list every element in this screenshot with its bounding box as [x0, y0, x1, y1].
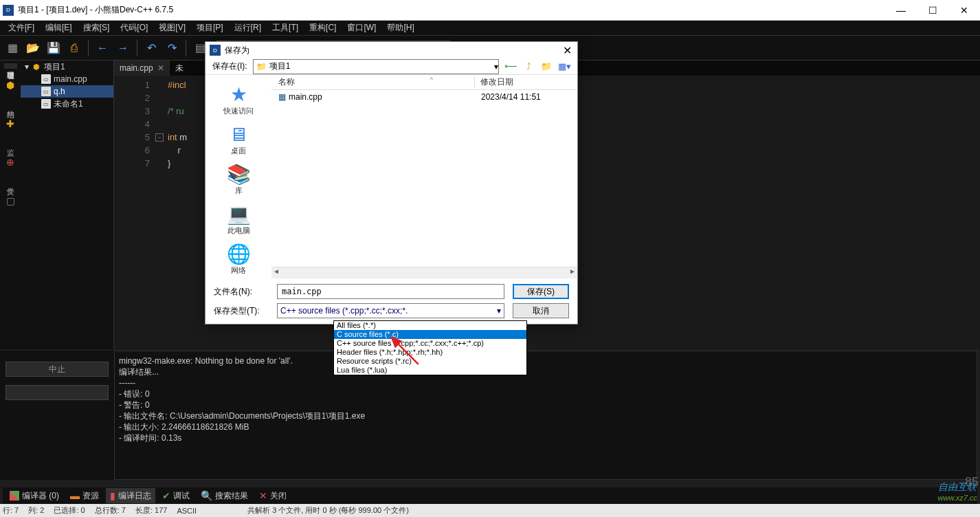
filename-input[interactable] — [277, 284, 504, 299]
status-sel: 已选择: 0 — [54, 505, 85, 516]
blank-button[interactable] — [5, 385, 109, 400]
cancel-button[interactable]: 取消 — [513, 303, 569, 318]
header-name[interactable]: 名称 ^ — [271, 76, 475, 88]
tab-resource[interactable]: ▬资源 — [66, 488, 103, 503]
save-button[interactable]: 保存(S) — [513, 284, 569, 299]
save-dialog: D 保存为 ✕ 保存在(I): 📁 项目1 ▾ ⟵ ⤴ 📁 ▦▾ ★快速访问 🖥… — [205, 41, 578, 324]
menu-search[interactable]: 搜索[S] — [78, 21, 115, 35]
menu-edit[interactable]: 编辑[E] — [40, 21, 78, 35]
tab-struct[interactable]: 结构 — [4, 102, 17, 107]
output-line: - 输出文件名: C:\Users\admin\Documents\Projec… — [119, 410, 972, 421]
file-name: main.cpp — [289, 92, 322, 102]
save-all-icon[interactable]: ⎙ — [65, 38, 84, 58]
resource-icon: ▬ — [70, 490, 80, 501]
dropdown-item-c[interactable]: C source files (*.c) — [334, 330, 526, 339]
output-controls: 中止 — [0, 351, 114, 480]
tab-label: 未 — [175, 63, 183, 74]
header-date[interactable]: 修改日期 — [475, 76, 577, 88]
cpp-file-icon: ▦ — [278, 92, 286, 102]
tree-root[interactable]: ▾ ⬢ 项目1 — [21, 60, 113, 73]
dropdown-item-rc[interactable]: Resource scripts (*.rc) — [334, 357, 526, 366]
tab-project[interactable]: 项目管理 — [4, 63, 17, 69]
file-area[interactable] — [271, 104, 577, 267]
tab-search-results[interactable]: 🔍搜索结果 — [197, 488, 252, 503]
back-icon[interactable]: ⟵ — [504, 60, 517, 73]
separator — [88, 40, 89, 56]
save-icon[interactable]: 💾 — [44, 38, 63, 58]
file-row[interactable]: ▦ main.cpp 2023/4/14 11:51 — [271, 90, 577, 104]
tab-watch[interactable]: 监 — [4, 140, 17, 146]
search-icon: 🔍 — [201, 490, 212, 501]
filetype-value: C++ source files (*.cpp;*.cc;*.cxx;*. — [280, 306, 408, 316]
tab-files[interactable]: 文件 — [4, 179, 17, 184]
menu-project[interactable]: 项目[P] — [191, 21, 229, 35]
fold-column: − — [155, 76, 168, 349]
close-icon: ✕ — [259, 490, 267, 501]
tree-item-qh[interactable]: ▭ q.h — [21, 85, 113, 98]
undo-icon[interactable]: ↶ — [142, 38, 161, 58]
menu-tools[interactable]: 工具[T] — [267, 21, 304, 35]
tab-compiler[interactable]: 编译器 (0) — [5, 488, 63, 503]
menu-window[interactable]: 窗口[W] — [342, 21, 381, 35]
titlebar: D 项目1 - [项目1.dev] - 小熊猫Dev-C++ 6.7.5 — ☐… — [0, 0, 980, 21]
view-icon[interactable]: ▦▾ — [558, 60, 570, 73]
dropdown-item-header[interactable]: Header files (*.h;*.hpp;*.rh;*.hh) — [334, 348, 526, 357]
dropdown-item-all[interactable]: All files (*.*) — [334, 321, 526, 330]
sort-icon: ^ — [430, 76, 433, 83]
new-file-icon[interactable]: ▦ — [3, 38, 22, 58]
output-line: mingw32-make.exe: Nothing to be done for… — [119, 355, 972, 366]
minimize-button[interactable]: — — [885, 0, 917, 21]
menu-view[interactable]: 视图[V] — [153, 21, 191, 35]
tab-debug[interactable]: ✔调试 — [158, 488, 194, 503]
root-label: 项目1 — [44, 61, 65, 73]
left-sidebar: 项目管理 ⬢ 结构 ✚ 监 ⊕ 文件 ▢ — [0, 60, 21, 349]
files-icon[interactable]: ▢ — [3, 194, 17, 208]
place-desktop[interactable]: 🖥桌面 — [211, 120, 266, 159]
dialog-body: ★快速访问 🖥桌面 📚库 💻此电脑 🌐网络 名称 ^ 修改日期 ▦ main.c… — [205, 74, 577, 278]
tree-item-main[interactable]: ▭ main.cpp — [21, 73, 113, 85]
maximize-button[interactable]: ☐ — [917, 0, 948, 21]
dropdown-item-cpp[interactable]: C++ source files (*.cpp;*.cc;*.cxx;*.c++… — [334, 339, 526, 348]
places-bar: ★快速访问 🖥桌面 📚库 💻此电脑 🌐网络 — [205, 75, 271, 278]
plus-icon[interactable]: ✚ — [3, 117, 17, 131]
dropdown-item-lua[interactable]: Lua files (*.lua) — [334, 366, 526, 375]
tab-close-icon[interactable]: ✕ — [157, 63, 164, 73]
back-icon[interactable]: ← — [93, 38, 112, 58]
output-panel[interactable]: mingw32-make.exe: Nothing to be done for… — [114, 351, 977, 480]
menu-help[interactable]: 帮助[H] — [381, 21, 419, 35]
fold-icon[interactable]: − — [155, 133, 164, 142]
new-folder-icon[interactable]: 📁 — [540, 60, 553, 73]
place-network[interactable]: 🌐网络 — [211, 240, 266, 278]
filetype-combo[interactable]: C++ source files (*.cpp;*.cc;*.cxx;*. ▾ — [277, 303, 504, 318]
menu-refactor[interactable]: 重构[C] — [304, 21, 342, 35]
menu-run[interactable]: 运行[R] — [229, 21, 267, 35]
close-button[interactable]: ✕ — [948, 0, 980, 21]
up-icon[interactable]: ⤴ — [522, 60, 535, 73]
tab-compile-log[interactable]: ▮编译日志 — [106, 488, 155, 503]
save-in-value: 项目1 — [269, 60, 291, 72]
save-in-combo[interactable]: 📁 项目1 ▾ — [253, 59, 499, 74]
redo-icon[interactable]: ↷ — [162, 38, 181, 58]
open-icon[interactable]: 📂 — [23, 38, 43, 58]
tree-item-unnamed[interactable]: ▭ 未命名1 — [21, 98, 113, 110]
dialog-titlebar: D 保存为 ✕ — [205, 42, 577, 58]
app-icon: D — [3, 5, 14, 16]
menu-code[interactable]: 代码[O] — [115, 21, 153, 35]
output-line: - 警告: 0 — [119, 399, 972, 410]
place-pc[interactable]: 💻此电脑 — [211, 200, 266, 239]
stop-button[interactable]: 中止 — [5, 362, 109, 377]
editor-tab-unnamed[interactable]: 未 — [170, 60, 189, 76]
horizontal-scrollbar[interactable] — [271, 267, 577, 278]
menu-file[interactable]: 文件[F] — [3, 21, 40, 35]
dialog-close-button[interactable]: ✕ — [557, 44, 577, 57]
forward-icon[interactable]: → — [113, 38, 133, 58]
editor-tab-main[interactable]: main.cpp ✕ — [114, 60, 170, 76]
grid-icon — [10, 491, 19, 500]
filetype-label: 保存类型(T): — [214, 305, 269, 317]
breakpoint-icon[interactable]: ⊕ — [3, 155, 17, 169]
tab-close[interactable]: ✕关闭 — [255, 488, 291, 503]
place-quick[interactable]: ★快速访问 — [211, 80, 266, 119]
shield-icon[interactable]: ⬢ — [3, 78, 17, 92]
window-controls: — ☐ ✕ — [885, 0, 980, 21]
place-library[interactable]: 📚库 — [211, 160, 266, 199]
